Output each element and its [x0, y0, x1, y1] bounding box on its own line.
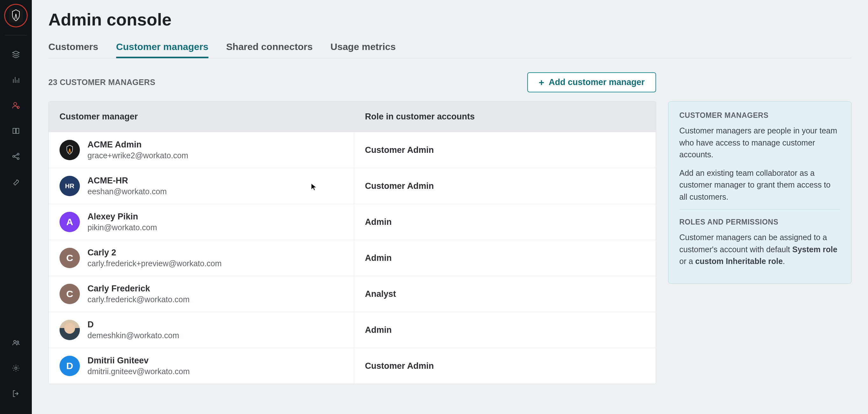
- table-row[interactable]: A Alexey Pikin pikin@workato.com Admin: [49, 204, 656, 240]
- info-paragraph-3: Customer managers can be assigned to a c…: [679, 232, 840, 267]
- manager-name: Carly 2: [88, 248, 222, 258]
- main-content: Admin console Customers Customer manager…: [32, 0, 868, 414]
- manager-role: Analyst: [354, 276, 656, 312]
- manager-email: demeshkin@workato.com: [88, 331, 179, 340]
- info-heading-2: ROLES AND PERMISSIONS: [679, 218, 840, 227]
- manager-email: grace+wrike2@workato.com: [88, 151, 188, 160]
- sidebar-top-group: [6, 42, 26, 330]
- manager-info: ACME Admin grace+wrike2@workato.com: [88, 140, 188, 160]
- add-button-label: Add customer manager: [549, 78, 645, 87]
- manager-email: dmitrii.gniteev@workato.com: [88, 367, 190, 376]
- info-strong: System role: [792, 245, 837, 254]
- avatar: C: [60, 284, 80, 304]
- manager-role: Customer Admin: [354, 132, 656, 168]
- manager-email: carly.frederick@workato.com: [88, 295, 190, 304]
- table-row[interactable]: ACME Admin grace+wrike2@workato.com Cust…: [49, 132, 656, 168]
- manager-role: Customer Admin: [354, 168, 656, 204]
- info-heading-1: CUSTOMER MANAGERS: [679, 111, 840, 120]
- gear-icon[interactable]: [6, 359, 26, 378]
- info-text: .: [783, 257, 785, 266]
- svg-point-5: [14, 341, 16, 343]
- tabs: Customers Customer managers Shared conne…: [49, 41, 851, 58]
- tab-customers[interactable]: Customers: [49, 41, 98, 58]
- manager-info: Alexey Pikin pikin@workato.com: [88, 212, 157, 232]
- info-strong: custom Inheritable role: [695, 257, 783, 266]
- manager-name: D: [88, 320, 179, 330]
- manager-role: Customer Admin: [354, 348, 656, 384]
- user-admin-icon[interactable]: [6, 96, 26, 115]
- page-title: Admin console: [49, 9, 851, 29]
- avatar: [60, 140, 80, 160]
- manager-info: D demeshkin@workato.com: [88, 320, 179, 340]
- manager-name: Carly Frederick: [88, 284, 190, 294]
- manager-role: Admin: [354, 312, 656, 348]
- svg-point-7: [15, 367, 17, 369]
- tab-usage-metrics[interactable]: Usage metrics: [331, 41, 396, 58]
- avatar: A: [60, 212, 80, 232]
- table-row[interactable]: D Dmitrii Gniteev dmitrii.gniteev@workat…: [49, 348, 656, 384]
- sidebar-bottom-group: [6, 330, 26, 414]
- manager-email: pikin@workato.com: [88, 223, 157, 232]
- table-row[interactable]: HR ACME-HR eeshan@workato.com Customer A…: [49, 168, 656, 204]
- avatar: HR: [60, 176, 80, 196]
- plus-icon: +: [539, 78, 545, 87]
- app-logo[interactable]: [4, 4, 28, 27]
- manager-role: Admin: [354, 204, 656, 240]
- manager-info: Dmitrii Gniteev dmitrii.gniteev@workato.…: [88, 356, 190, 376]
- manager-name: ACME-HR: [88, 176, 167, 186]
- info-text: or a: [679, 257, 695, 266]
- people-icon[interactable]: [6, 333, 26, 352]
- tab-customer-managers[interactable]: Customer managers: [116, 41, 209, 58]
- info-paragraph-1: Customer managers are people in your tea…: [679, 125, 840, 161]
- svg-point-0: [14, 102, 17, 106]
- manager-email: eeshan@workato.com: [88, 187, 167, 196]
- table-row[interactable]: D demeshkin@workato.com Admin: [49, 312, 656, 348]
- avatar: D: [60, 356, 80, 376]
- wrench-icon[interactable]: [6, 172, 26, 191]
- table-row[interactable]: C Carly Frederick carly.frederick@workat…: [49, 276, 656, 312]
- manager-name: ACME Admin: [88, 140, 188, 150]
- th-customer-manager: Customer manager: [49, 101, 354, 132]
- manager-info: Carly 2 carly.frederick+preview@workato.…: [88, 248, 222, 268]
- share-icon[interactable]: [6, 147, 26, 166]
- manager-role: Admin: [354, 240, 656, 276]
- manager-info: Carly Frederick carly.frederick@workato.…: [88, 284, 190, 304]
- avatar: C: [60, 248, 80, 268]
- info-panel: CUSTOMER MANAGERS Customer managers are …: [668, 101, 851, 284]
- manager-email: carly.frederick+preview@workato.com: [88, 259, 222, 268]
- sidebar-divider: [5, 35, 27, 35]
- manager-info: ACME-HR eeshan@workato.com: [88, 176, 167, 196]
- table-row[interactable]: C Carly 2 carly.frederick+preview@workat…: [49, 240, 656, 276]
- table-header: Customer manager Role in customer accoun…: [49, 101, 656, 132]
- info-paragraph-2: Add an existing team collaborator as a c…: [679, 167, 840, 203]
- logout-icon[interactable]: [6, 384, 26, 403]
- tab-shared-connectors[interactable]: Shared connectors: [226, 41, 313, 58]
- book-icon[interactable]: [6, 121, 26, 141]
- add-customer-manager-button[interactable]: + Add customer manager: [527, 72, 656, 92]
- info-divider: [679, 209, 840, 210]
- manager-name: Dmitrii Gniteev: [88, 356, 190, 365]
- stack-icon[interactable]: [6, 45, 26, 64]
- managers-table: Customer manager Role in customer accoun…: [49, 101, 656, 384]
- chart-bars-icon[interactable]: [6, 70, 26, 89]
- sidebar: [0, 0, 32, 414]
- managers-count-label: 23 CUSTOMER MANAGERS: [49, 78, 155, 87]
- avatar: [60, 320, 80, 340]
- th-role: Role in customer accounts: [354, 101, 656, 132]
- svg-point-6: [17, 341, 19, 343]
- logo-badge: [9, 9, 23, 23]
- manager-name: Alexey Pikin: [88, 212, 157, 221]
